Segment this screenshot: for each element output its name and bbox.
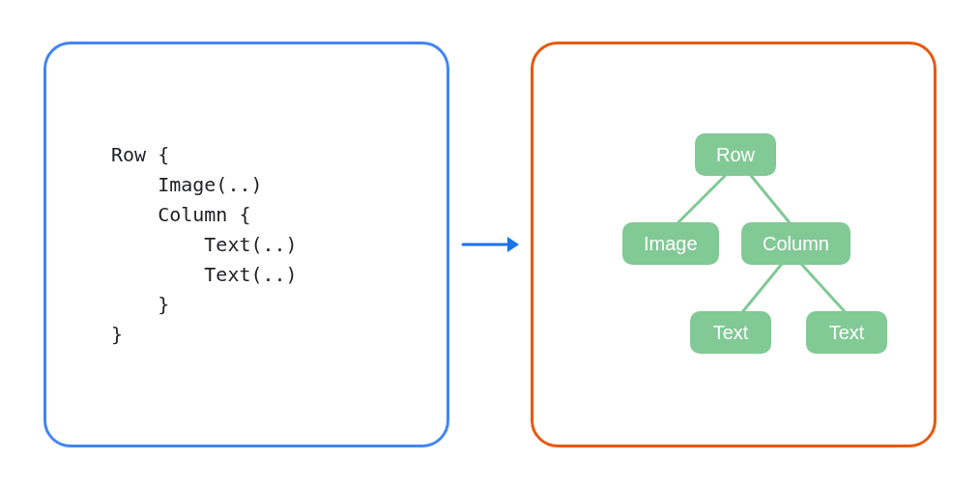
tree-node-row: Row [695, 133, 776, 176]
tree-node-column: Column [741, 222, 850, 265]
code-line: } [111, 323, 123, 346]
tree-node-text-2: Text [806, 311, 887, 354]
code-line: Row { [111, 143, 169, 166]
tree-node-image: Image [622, 222, 719, 265]
tree-node-text-1: Text [690, 311, 771, 354]
tree-node-label: Row [716, 144, 755, 166]
svg-line-4 [738, 264, 782, 317]
svg-line-2 [676, 172, 729, 225]
svg-line-5 [801, 264, 850, 317]
svg-marker-1 [507, 237, 519, 252]
code-panel: Row { Image(..) Column { Text(..) Text(.… [43, 42, 449, 447]
tree-node-label: Text [829, 322, 865, 344]
svg-line-3 [748, 172, 792, 225]
code-line: Image(..) [111, 173, 263, 196]
code-line: Text(..) [111, 233, 298, 256]
tree-node-label: Text [713, 322, 749, 344]
code-line: Column { [111, 203, 251, 226]
tree-diagram: Row Image Column Text Text [569, 133, 898, 356]
tree-node-label: Image [644, 233, 698, 255]
code-line: } [111, 293, 169, 316]
code-line: Text(..) [111, 263, 298, 286]
arrow-right-icon [461, 233, 519, 256]
code-block: Row { Image(..) Column { Text(..) Text(.… [111, 140, 382, 350]
tree-panel: Row Image Column Text Text [531, 42, 937, 447]
tree-node-label: Column [763, 233, 829, 255]
